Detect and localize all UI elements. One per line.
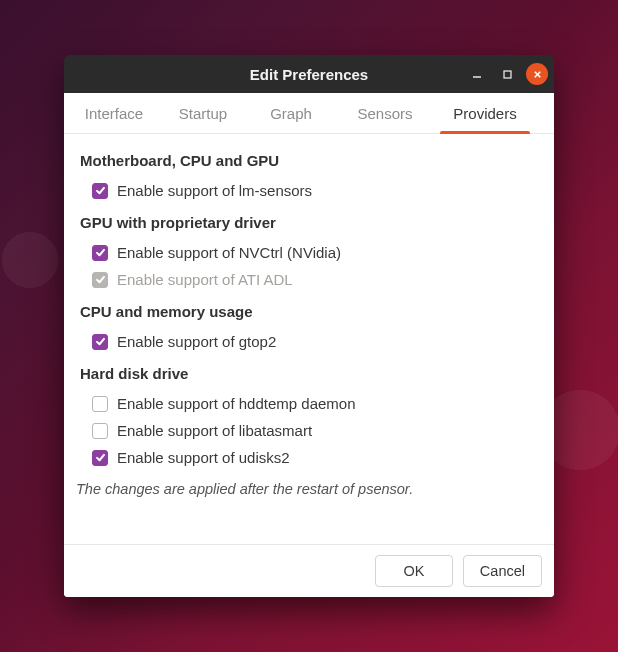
- row-gtop2: Enable support of gtop2: [80, 328, 538, 355]
- ok-button[interactable]: OK: [375, 555, 453, 587]
- tab-providers[interactable]: Providers: [436, 93, 534, 133]
- section-title-cpumem: CPU and memory usage: [80, 303, 538, 320]
- label-atiadl: Enable support of ATI ADL: [117, 271, 293, 288]
- checkbox-udisks2[interactable]: [92, 450, 108, 466]
- dialog-window: Edit Preferences Interface Startup Graph…: [64, 55, 554, 597]
- row-nvctrl: Enable support of NVCtrl (NVidia): [80, 239, 538, 266]
- checkbox-gtop2[interactable]: [92, 334, 108, 350]
- dialog-content: Interface Startup Graph Sensors Provider…: [64, 93, 554, 597]
- row-libatasmart: Enable support of libatasmart: [80, 417, 538, 444]
- section-title-hdd: Hard disk drive: [80, 365, 538, 382]
- window-title: Edit Preferences: [250, 66, 368, 83]
- row-lm-sensors: Enable support of lm-sensors: [80, 177, 538, 204]
- maximize-button[interactable]: [496, 63, 518, 85]
- label-udisks2[interactable]: Enable support of udisks2: [117, 449, 290, 466]
- tab-graph[interactable]: Graph: [248, 93, 334, 133]
- tab-startup[interactable]: Startup: [158, 93, 248, 133]
- cancel-button[interactable]: Cancel: [463, 555, 542, 587]
- checkbox-lm-sensors[interactable]: [92, 183, 108, 199]
- checkbox-atiadl: [92, 272, 108, 288]
- window-controls: [466, 55, 548, 93]
- row-atiadl: Enable support of ATI ADL: [80, 266, 538, 293]
- label-gtop2[interactable]: Enable support of gtop2: [117, 333, 276, 350]
- label-hddtemp[interactable]: Enable support of hddtemp daemon: [117, 395, 356, 412]
- close-button[interactable]: [526, 63, 548, 85]
- minimize-button[interactable]: [466, 63, 488, 85]
- restart-note: The changes are applied after the restar…: [76, 481, 538, 497]
- dialog-footer: OK Cancel: [64, 544, 554, 597]
- checkbox-hddtemp[interactable]: [92, 396, 108, 412]
- section-title-gpu: GPU with proprietary driver: [80, 214, 538, 231]
- label-lm-sensors[interactable]: Enable support of lm-sensors: [117, 182, 312, 199]
- svg-rect-1: [504, 71, 511, 78]
- label-nvctrl[interactable]: Enable support of NVCtrl (NVidia): [117, 244, 341, 261]
- checkbox-libatasmart[interactable]: [92, 423, 108, 439]
- titlebar[interactable]: Edit Preferences: [64, 55, 554, 93]
- tab-sensors[interactable]: Sensors: [334, 93, 436, 133]
- providers-pane: Motherboard, CPU and GPU Enable support …: [64, 134, 554, 544]
- label-libatasmart[interactable]: Enable support of libatasmart: [117, 422, 312, 439]
- checkbox-nvctrl[interactable]: [92, 245, 108, 261]
- row-udisks2: Enable support of udisks2: [80, 444, 538, 471]
- tab-bar: Interface Startup Graph Sensors Provider…: [64, 93, 554, 134]
- section-title-mobo: Motherboard, CPU and GPU: [80, 152, 538, 169]
- tab-interface[interactable]: Interface: [70, 93, 158, 133]
- row-hddtemp: Enable support of hddtemp daemon: [80, 390, 538, 417]
